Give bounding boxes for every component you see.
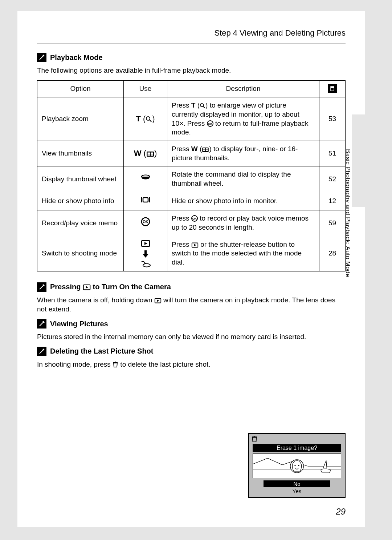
note-icon xyxy=(37,347,46,356)
opt-photo-info: Hide or show photo info xyxy=(37,192,124,210)
th-use: Use xyxy=(124,80,167,97)
ref-switch-shoot: 28 xyxy=(319,236,346,271)
svg-rect-14 xyxy=(203,148,205,150)
playback-options-table: Option Use Description Playback zoom T (… xyxy=(37,80,346,271)
opt-switch-shoot: Switch to shooting mode xyxy=(37,236,124,271)
svg-point-2 xyxy=(146,117,150,120)
lcd-scene-illustration xyxy=(253,454,341,478)
th-ref xyxy=(319,80,346,97)
svg-rect-28 xyxy=(144,250,147,254)
svg-rect-11 xyxy=(147,154,150,156)
svg-rect-40 xyxy=(252,436,257,437)
svg-rect-16 xyxy=(203,150,205,152)
svg-rect-9 xyxy=(147,153,150,154)
note-icon xyxy=(37,53,46,62)
svg-text:OK: OK xyxy=(192,217,197,221)
playback-button-icon xyxy=(154,298,162,303)
playback-mode-intro: The following options are available in f… xyxy=(37,66,346,75)
table-row: Switch to shooting mode Press or the shu… xyxy=(37,236,346,271)
use-photo-info xyxy=(124,192,167,210)
use-switch-shoot xyxy=(124,236,167,271)
viewing-header: Viewing Pictures xyxy=(37,319,346,329)
ref-page-icon xyxy=(328,84,337,93)
svg-point-30 xyxy=(143,263,150,267)
svg-text:OK: OK xyxy=(208,122,213,125)
desc-view-thumbnails: Press W () to display four-, nine- or 16… xyxy=(167,141,319,166)
svg-line-5 xyxy=(203,106,205,108)
ok-button-icon: OK xyxy=(141,217,150,226)
header-rule xyxy=(37,44,346,44)
svg-rect-21 xyxy=(143,198,148,202)
side-section-label: Basic Photography and Playback: Auto Mod… xyxy=(344,149,351,277)
deleting-body: In shooting mode, press to delete the la… xyxy=(37,360,233,369)
ref-voice-memo: 59 xyxy=(319,210,346,236)
playback-mode-title: Playback Mode xyxy=(50,53,103,62)
ref-view-thumbnails: 51 xyxy=(319,141,346,166)
shutter-press-icon xyxy=(140,261,151,267)
table-row: Display thumbnail wheel Rotate the comma… xyxy=(37,166,346,192)
trash-icon xyxy=(113,361,118,368)
svg-line-3 xyxy=(150,120,151,122)
desc-playback-zoom: Press T () to enlarge view of picture cu… xyxy=(167,97,319,141)
svg-marker-46 xyxy=(323,460,327,470)
step-title: Step 4 Viewing and Deleting Pictures xyxy=(37,28,346,38)
thumbnail-grid-icon xyxy=(146,151,154,157)
table-row: View thumbnails W () Press W () to displ… xyxy=(37,141,346,166)
pressing-body: When the camera is off, holding down wil… xyxy=(37,295,346,314)
ref-playback-zoom: 53 xyxy=(319,97,346,141)
ref-photo-info: 12 xyxy=(319,192,346,210)
svg-rect-1 xyxy=(331,86,334,88)
desc-thumb-wheel: Rotate the command dial to display the t… xyxy=(167,166,319,192)
desc-voice-memo: Press OK to record or play back voice me… xyxy=(167,210,319,236)
note-icon xyxy=(37,319,46,329)
use-thumb-wheel xyxy=(124,166,167,192)
svg-point-4 xyxy=(200,104,204,107)
playback-button-icon xyxy=(83,284,91,290)
svg-marker-29 xyxy=(143,254,148,258)
deleting-header: Deleting the Last Picture Shot xyxy=(37,347,346,356)
pressing-title: Pressing to Turn On the Camera xyxy=(50,283,171,291)
table-row: Record/play voice memo OK Press OK to re… xyxy=(37,210,346,236)
viewing-body: Pictures stored in the internal memory c… xyxy=(37,332,346,342)
note-icon xyxy=(37,282,46,292)
svg-text:OK: OK xyxy=(143,219,148,224)
lcd-trash-icon xyxy=(249,434,345,444)
deleting-title: Deleting the Last Picture Shot xyxy=(50,347,153,355)
display-info-icon xyxy=(140,196,151,204)
ok-button-icon: OK xyxy=(191,215,198,222)
use-view-thumbnails: W () xyxy=(124,141,167,166)
svg-point-45 xyxy=(298,465,299,466)
edge-tab xyxy=(352,114,365,207)
svg-marker-27 xyxy=(144,242,147,245)
svg-rect-8 xyxy=(147,152,154,157)
svg-rect-17 xyxy=(206,150,208,152)
desc-photo-info: Hide or show photo info in monitor. xyxy=(167,192,319,210)
lcd-preview: Erase 1 image? No Yes xyxy=(248,433,346,498)
svg-marker-33 xyxy=(194,244,196,246)
table-row: Hide or show photo info Hide or show pho… xyxy=(37,192,346,210)
playback-mode-header: Playback Mode xyxy=(37,53,346,62)
pressing-header: Pressing to Turn On the Camera xyxy=(37,282,346,292)
magnify-icon xyxy=(146,116,152,122)
svg-rect-15 xyxy=(206,148,208,150)
opt-playback-zoom: Playback zoom xyxy=(37,97,124,141)
svg-rect-10 xyxy=(151,153,153,154)
thumbnail-grid-icon xyxy=(202,147,209,152)
page-number: 29 xyxy=(336,507,346,517)
down-arrow-icon xyxy=(142,250,149,258)
trash-icon xyxy=(251,435,258,443)
use-voice-memo: OK xyxy=(124,210,167,236)
lcd-yes-button[interactable]: Yes xyxy=(249,488,345,494)
th-option: Option xyxy=(37,80,124,97)
lcd-prompt: Erase 1 image? xyxy=(253,444,341,452)
ok-button-icon: OK xyxy=(207,120,213,127)
viewing-title: Viewing Pictures xyxy=(50,320,108,328)
table-row: Playback zoom T () Press T () to enlarge… xyxy=(37,97,346,141)
lcd-no-button[interactable]: No xyxy=(264,480,330,487)
use-playback-zoom: T () xyxy=(124,97,167,141)
svg-marker-35 xyxy=(86,286,89,289)
playback-button-icon xyxy=(141,240,150,247)
page: Step 4 Viewing and Deleting Pictures Pla… xyxy=(17,11,365,527)
svg-rect-39 xyxy=(115,362,116,362)
ref-thumb-wheel: 52 xyxy=(319,166,346,192)
